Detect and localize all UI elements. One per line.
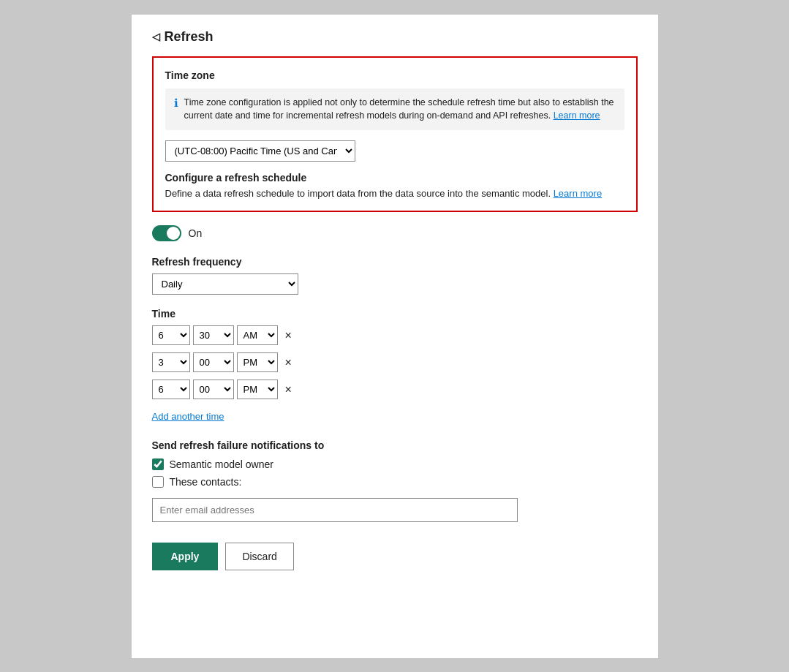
info-learn-more-link[interactable]: Learn more (554, 110, 600, 121)
main-panel: ◁ Refresh Time zone ℹ Time zone configur… (132, 15, 658, 658)
time1-ampm-select[interactable]: AMPM (237, 325, 278, 345)
timezone-title: Time zone (165, 69, 624, 81)
time2-minute-select[interactable]: 00153045 (193, 352, 234, 372)
time2-remove-button[interactable]: × (281, 355, 296, 370)
toggle-label: On (189, 227, 203, 239)
frequency-select[interactable]: Daily Weekly Monthly (152, 273, 298, 295)
contacts-label: These contacts: (170, 476, 242, 488)
time-row-2: 3124 5678 9101112 00153045 PMAM × (152, 352, 638, 372)
time2-ampm-select[interactable]: PMAM (237, 352, 278, 372)
contacts-checkbox-row: These contacts: (152, 476, 638, 488)
info-text-content: Time zone configuration is applied not o… (184, 97, 614, 121)
notification-section: Send refresh failure notifications to Se… (152, 439, 638, 522)
configure-title: Configure a refresh schedule (165, 172, 624, 184)
owner-checkbox[interactable] (152, 458, 164, 470)
time-zone-section: Time zone ℹ Time zone configuration is a… (152, 56, 638, 213)
time1-hour-select[interactable]: 6123 4578 9101112 (152, 325, 190, 345)
timezone-select[interactable]: (UTC-08:00) Pacific Time (US and Can (UT… (165, 140, 355, 162)
info-box: ℹ Time zone configuration is applied not… (165, 88, 624, 131)
time1-minute-select[interactable]: 30001545 (193, 325, 234, 345)
discard-button[interactable]: Discard (225, 543, 293, 570)
time2-hour-select[interactable]: 3124 5678 9101112 (152, 352, 190, 372)
time3-ampm-select[interactable]: PMAM (237, 380, 278, 399)
button-row: Apply Discard (152, 543, 638, 570)
owner-checkbox-row: Semantic model owner (152, 458, 638, 470)
email-input[interactable] (152, 498, 518, 522)
frequency-label: Refresh frequency (152, 256, 638, 268)
back-arrow-icon: ◁ (152, 31, 160, 42)
info-text: Time zone configuration is applied not o… (184, 96, 616, 124)
page-title: Refresh (165, 29, 214, 45)
configure-desc-text: Define a data refresh schedule to import… (165, 188, 551, 199)
configure-desc: Define a data refresh schedule to import… (165, 188, 624, 199)
apply-button[interactable]: Apply (152, 543, 219, 570)
time3-remove-button[interactable]: × (281, 382, 296, 397)
time3-minute-select[interactable]: 00153045 (193, 380, 234, 399)
time-row-1: 6123 4578 9101112 30001545 AMPM × (152, 325, 638, 345)
page-title-row: ◁ Refresh (152, 29, 638, 45)
time-label: Time (152, 308, 638, 320)
owner-label: Semantic model owner (170, 458, 273, 470)
schedule-toggle[interactable] (152, 225, 181, 241)
contacts-checkbox[interactable] (152, 476, 164, 488)
configure-learn-more-link[interactable]: Learn more (554, 188, 602, 199)
add-time-button[interactable]: Add another time (152, 411, 224, 422)
time-row-3: 6123 4578 9101112 00153045 PMAM × (152, 380, 638, 399)
notification-title: Send refresh failure notifications to (152, 439, 638, 451)
time3-hour-select[interactable]: 6123 4578 9101112 (152, 380, 190, 399)
info-icon: ℹ (174, 97, 178, 110)
toggle-row: On (152, 225, 638, 241)
toggle-knob (167, 227, 180, 240)
time1-remove-button[interactable]: × (281, 328, 296, 343)
